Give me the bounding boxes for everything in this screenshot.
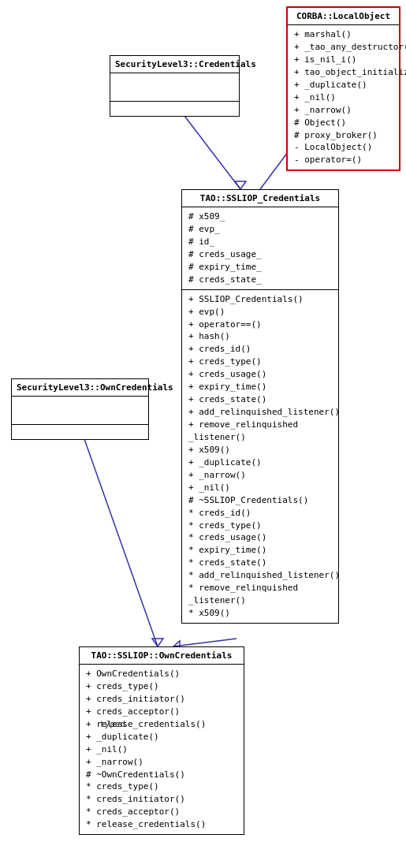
seclevel3-credentials-title: SecurityLevel3::Credentials: [110, 56, 239, 73]
tao-ssliop-credentials-fields: # x509_ # evp_ # id_ # creds_usage_ # ex…: [182, 207, 338, 290]
typed-label: typed: [99, 719, 125, 729]
seclevel3-credentials-section2: [110, 102, 239, 116]
tao-ssliop-credentials-methods: + SSLIOP_Credentials() + evp() + operato…: [182, 290, 338, 623]
seclevel3-owncredentials-box: SecurityLevel3::OwnCredentials: [11, 378, 149, 440]
tao-ssliop-credentials-title: TAO::SSLIOP_Credentials: [182, 190, 338, 207]
seclevel3-owncredentials-section1: [12, 397, 148, 425]
seclevel3-owncredentials-title: SecurityLevel3::OwnCredentials: [12, 379, 148, 397]
svg-line-4: [80, 426, 158, 646]
corba-localobject-box: CORBA::LocalObject + marshal() + _tao_an…: [286, 6, 400, 171]
seclevel3-credentials-box: SecurityLevel3::Credentials: [110, 55, 240, 117]
tao-ssliop-credentials-box: TAO::SSLIOP_Credentials # x509_ # evp_ #…: [181, 189, 339, 624]
corba-localobject-title: CORBA::LocalObject: [288, 8, 399, 25]
svg-marker-3: [235, 181, 246, 189]
svg-marker-5: [152, 639, 163, 646]
seclevel3-credentials-section1: [110, 73, 239, 102]
seclevel3-owncredentials-section2: [12, 425, 148, 439]
svg-line-6: [173, 639, 237, 646]
tao-ssliop-owncredentials-methods: + OwnCredentials() + creds_type() + cred…: [80, 665, 244, 834]
corba-localobject-methods: + marshal() + _tao_any_destructor() + is…: [288, 25, 399, 170]
tao-ssliop-owncredentials-box: TAO::SSLIOP::OwnCredentials + OwnCredent…: [79, 646, 244, 835]
tao-ssliop-owncredentials-title: TAO::SSLIOP::OwnCredentials: [80, 647, 244, 665]
